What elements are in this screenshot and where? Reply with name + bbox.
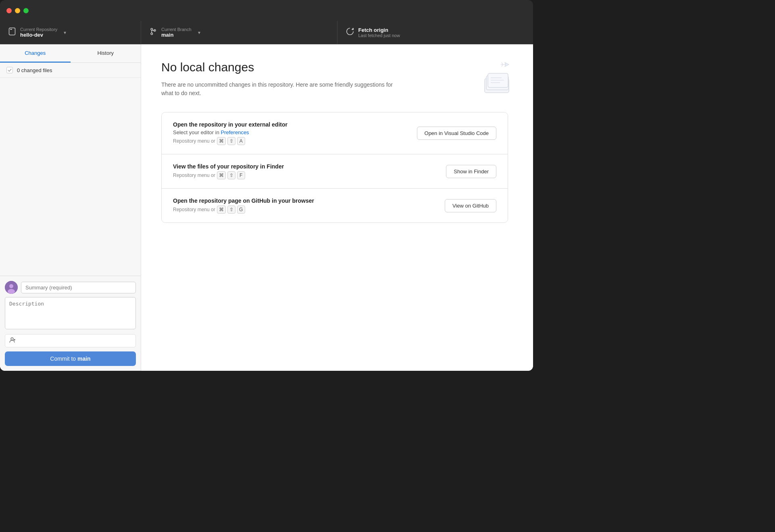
card-editor-shortcuts: Repository menu or ⌘ ⇧ A [173,137,288,145]
action-card-github: Open the repository page on GitHub in yo… [162,189,508,222]
branch-dropdown-arrow: ▾ [198,30,200,35]
card-finder-title: View the files of your repository in Fin… [173,163,284,170]
svg-point-3 [151,33,153,35]
repo-dropdown-arrow: ▾ [64,30,66,35]
close-button[interactable] [6,8,12,13]
title-bar [0,0,533,21]
show-in-finder-button[interactable]: Show in Finder [446,165,496,178]
branch-icon [149,27,157,37]
sidebar-tabs: Changes History [0,44,141,63]
action-cards: Open the repository in your external edi… [161,112,508,223]
fetch-label: Fetch origin [358,27,400,33]
file-list [0,78,141,276]
current-repo-section[interactable]: Current Repository hello-dev ▾ [0,21,141,44]
repo-name: hello-dev [20,32,57,38]
svg-point-7 [9,284,13,288]
app-window: Current Repository hello-dev ▾ Current B… [0,0,533,371]
card-editor-sub: Select your editor in Preferences [173,129,288,135]
tab-changes[interactable]: Changes [0,44,71,62]
view-on-github-button[interactable]: View on GitHub [445,199,496,212]
svg-point-9 [11,338,13,340]
svg-point-2 [151,28,153,30]
no-changes-desc: There are no uncommitted changes in this… [161,81,403,98]
co-authors-icon [9,337,16,345]
current-branch-section[interactable]: Current Branch main ▾ [141,21,338,44]
branch-label-group: Current Branch main [161,27,192,38]
svg-rect-0 [9,28,15,35]
fetch-icon [346,27,354,38]
select-all-checkbox[interactable] [6,67,13,73]
action-card-finder: View the files of your repository in Fin… [162,154,508,189]
preferences-link[interactable]: Preferences [221,129,249,135]
description-textarea[interactable] [5,297,136,329]
fetch-label-group: Fetch origin Last fetched just now [358,27,400,38]
fetch-sublabel: Last fetched just now [358,33,400,38]
right-panel: No local changes There are no uncommitte… [141,44,533,371]
no-changes-title: No local changes [161,60,513,74]
commit-button[interactable]: Commit to main [5,351,136,366]
co-authors-row[interactable] [5,334,136,347]
card-github-shortcuts: Repository menu or ⌘ ⇧ G [173,206,314,214]
commit-summary-row [5,281,136,294]
changed-files-bar: 0 changed files [0,63,141,78]
repo-label-group: Current Repository hello-dev [20,27,57,38]
toolbar: Current Repository hello-dev ▾ Current B… [0,21,533,44]
open-vscode-button[interactable]: Open in Visual Studio Code [417,127,496,140]
commit-panel: Commit to main [0,276,141,371]
card-github-title: Open the repository page on GitHub in yo… [173,197,314,204]
minimize-button[interactable] [15,8,20,13]
svg-point-8 [8,289,15,294]
card-editor-title: Open the repository in your external edi… [173,121,288,128]
maximize-button[interactable] [23,8,29,13]
action-card-editor: Open the repository in your external edi… [162,112,508,154]
branch-name: main [161,32,192,38]
repo-icon [8,27,16,37]
avatar [5,281,18,294]
changed-files-count: 0 changed files [17,67,52,73]
illustration [477,56,517,98]
main-content: Changes History 0 changed files [0,44,533,371]
summary-input[interactable] [21,282,136,293]
sidebar: Changes History 0 changed files [0,44,141,371]
repo-sublabel: Current Repository [20,27,57,32]
branch-sublabel: Current Branch [161,27,192,32]
card-finder-shortcuts: Repository menu or ⌘ ⇧ F [173,171,284,179]
svg-rect-1 [10,29,12,30]
tab-history[interactable]: History [71,44,141,62]
fetch-origin-section[interactable]: Fetch origin Last fetched just now [338,21,533,44]
